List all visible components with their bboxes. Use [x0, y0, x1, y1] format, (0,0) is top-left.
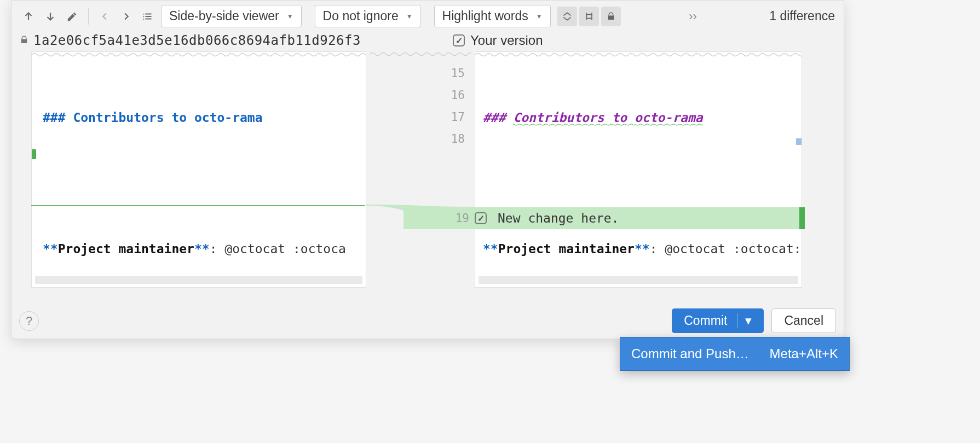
dialog-footer: ? Commit ▾ Cancel: [11, 303, 844, 339]
viewer-mode-label: Side-by-side viewer: [169, 9, 279, 24]
code-line: [43, 172, 366, 194]
code-line: [483, 172, 802, 194]
viewer-mode-dropdown[interactable]: Side-by-side viewer ▼: [161, 5, 302, 27]
chevron-down-icon: ▼: [287, 13, 293, 20]
diff-toolbar: Side-by-side viewer ▼ Do not ignore ▼ Hi…: [11, 1, 844, 31]
line-number: 16: [437, 84, 470, 106]
commit-dropdown-menu: Commit and Push… Meta+Alt+K: [620, 337, 850, 371]
code-line: ### Contributors to octo-rama: [43, 107, 366, 129]
diff-connector-icon: [31, 205, 365, 206]
ignore-mode-label: Do not ignore: [323, 9, 399, 24]
diff-dialog: Side-by-side viewer ▼ Do not ignore ▼ Hi…: [11, 0, 844, 339]
menu-item-shortcut: Meta+Alt+K: [770, 346, 838, 362]
next-diff-icon[interactable]: [41, 7, 60, 26]
fold-indicator: [32, 52, 366, 57]
forward-icon[interactable]: [117, 7, 136, 26]
list-icon[interactable]: [139, 7, 158, 26]
more-icon[interactable]: ››: [689, 9, 697, 24]
change-marker-icon: [799, 207, 805, 229]
line-gutter: 15 16 17 18: [366, 51, 475, 288]
highlight-mode-label: Highlight words: [442, 9, 528, 24]
commit-button-label: Commit: [684, 313, 727, 328]
added-line-text: New change here.: [498, 211, 619, 225]
lock-icon[interactable]: [601, 7, 621, 26]
fold-indicator: [370, 51, 471, 57]
horiz-scrollbar[interactable]: [35, 276, 362, 284]
insert-marker-icon: [32, 149, 36, 159]
commit-button[interactable]: Commit ▾: [672, 308, 764, 333]
fold-indicator: [475, 52, 802, 57]
menu-item-label: Commit and Push…: [631, 346, 749, 362]
cancel-button-label: Cancel: [784, 313, 823, 328]
collapse-unchanged-icon[interactable]: [557, 7, 577, 26]
line-number: 18: [437, 128, 470, 150]
chevron-down-icon: ▼: [536, 13, 543, 20]
prev-diff-icon[interactable]: [19, 7, 38, 26]
back-icon[interactable]: [95, 7, 114, 26]
highlight-mode-dropdown[interactable]: Highlight words ▼: [434, 5, 551, 27]
sync-scroll-icon[interactable]: [579, 7, 599, 26]
commit-and-push-item[interactable]: Commit and Push… Meta+Alt+K: [620, 337, 849, 370]
pane-headers: 1a2e06cf5a41e3d5e16db066c8694afb11d926f3…: [11, 31, 844, 51]
chevron-down-icon: ▼: [406, 13, 413, 20]
change-marker-icon: [796, 138, 802, 145]
help-icon[interactable]: ?: [19, 311, 39, 331]
separator: [88, 8, 89, 25]
ignore-mode-dropdown[interactable]: Do not ignore ▼: [315, 5, 421, 27]
toggle-group: [557, 7, 621, 26]
line-number: 17: [437, 106, 470, 128]
difference-count: 1 difference: [769, 9, 835, 24]
include-change-checkbox[interactable]: ✓: [475, 212, 487, 224]
code-line: **Project maintainer**: @octocat :octoca: [43, 238, 366, 260]
cancel-button[interactable]: Cancel: [771, 308, 836, 333]
right-pane-title: Your version: [470, 33, 543, 48]
include-file-checkbox[interactable]: ✓: [453, 34, 465, 46]
line-number: 19: [403, 212, 475, 225]
commit-split-dropdown[interactable]: ▾: [737, 313, 752, 328]
right-pane[interactable]: ### Contributors to octo-rama **Project …: [475, 51, 802, 288]
readonly-lock-icon: [19, 33, 29, 48]
commit-hash: 1a2e06cf5a41e3d5e16db066c8694afb11d926f3: [33, 33, 361, 48]
edit-icon[interactable]: [63, 7, 82, 26]
horiz-scrollbar[interactable]: [479, 276, 798, 284]
code-line: ### Contributors to octo-rama: [483, 107, 802, 129]
line-number: 15: [437, 62, 470, 84]
added-line-row: 19 ✓ New change here.: [403, 207, 803, 229]
left-pane[interactable]: ### Contributors to octo-rama **Project …: [31, 51, 366, 288]
diff-body: ### Contributors to octo-rama **Project …: [11, 51, 844, 288]
code-line: **Project maintainer**: @octocat :octoca…: [483, 238, 802, 260]
